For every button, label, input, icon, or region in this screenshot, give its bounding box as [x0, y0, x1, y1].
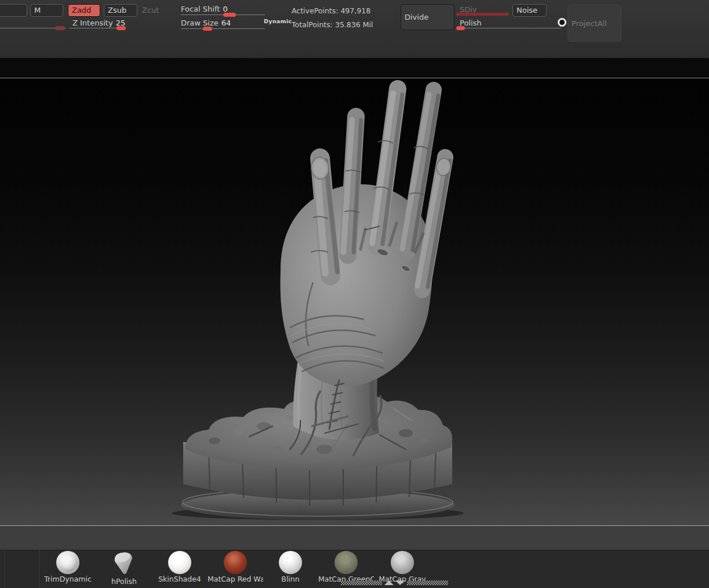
material-sphere-icon: [224, 551, 247, 574]
zombie-hand-sculpture: [0, 78, 709, 525]
rgb-intensity-handle[interactable]: [55, 26, 65, 30]
tray-item-skinshade4[interactable]: SkinShade4: [152, 550, 208, 587]
draw-size-text: Draw Size: [181, 19, 219, 27]
tray-item-label: TrimDynamic: [40, 575, 96, 583]
zadd-button[interactable]: Zadd: [68, 4, 100, 17]
rgb-button[interactable]: gb: [0, 4, 27, 17]
mrgb-button[interactable]: M: [30, 4, 63, 17]
viewport-bottom-strip: [0, 526, 709, 550]
tray-scrollbar-right[interactable]: [407, 580, 448, 585]
tray-item-hpolish[interactable]: hPolish: [96, 550, 152, 587]
polish-slider[interactable]: [456, 28, 561, 28]
focal-shift-label: Focal Shift0: [181, 5, 228, 13]
tray-item-blinn[interactable]: Blinn: [263, 550, 318, 587]
noise-button[interactable]: Noise: [512, 4, 547, 17]
zsub-button[interactable]: Zsub: [104, 4, 137, 17]
projectall-button[interactable]: ProjectAll: [568, 5, 621, 42]
tray-item-label: hPolish: [96, 577, 152, 586]
draw-size-handle[interactable]: [203, 27, 212, 31]
z-intensity-handle[interactable]: [117, 26, 126, 30]
material-sphere-icon: [279, 551, 302, 574]
total-points-stat: TotalPoints: 35.836 Mil: [292, 20, 373, 29]
draw-size-value: 64: [221, 19, 231, 27]
focal-shift-text: Focal Shift: [181, 5, 220, 13]
zcut-button[interactable]: Zcut: [142, 6, 159, 14]
tray-item-label: Blinn: [263, 575, 318, 583]
sculpt-viewport[interactable]: [0, 78, 709, 526]
dynamic-toggle[interactable]: Dynamic: [264, 18, 292, 24]
tray-scroll-up-icon[interactable]: [384, 580, 394, 585]
tray-item-matcap-red-wax[interactable]: MatCap Red Wa›: [208, 550, 263, 587]
material-sphere-icon: [391, 551, 414, 574]
tray-scrollbar-left[interactable]: [341, 580, 382, 585]
material-sphere-icon: [168, 551, 191, 574]
divide-button[interactable]: Divide: [401, 4, 455, 30]
tray-item-label: SkinShade4: [152, 575, 208, 583]
zbrush-window: gb M Zadd Zsub Zcut Z Intensity25 Focal …: [0, 0, 709, 588]
top-toolbar: gb M Zadd Zsub Zcut Z Intensity25 Focal …: [0, 0, 709, 58]
polish-mode-toggle-icon[interactable]: [558, 18, 566, 27]
polish-handle[interactable]: [456, 26, 465, 30]
tray-divider: [3, 550, 5, 588]
tray-item-trimdynamic[interactable]: TrimDynamic: [40, 550, 96, 587]
draw-size-slider[interactable]: [181, 28, 265, 29]
sdiv-slider-bar[interactable]: [456, 13, 509, 16]
material-sphere-icon: [334, 551, 358, 574]
focal-shift-value: 0: [223, 5, 227, 13]
toolbar-canvas-divider: [0, 58, 709, 78]
tray-scroll-down-icon[interactable]: [395, 580, 405, 585]
brush-cone-icon: [112, 551, 136, 574]
brush-sphere-icon: [56, 551, 79, 574]
z-intensity-text: Z Intensity: [72, 19, 113, 27]
focal-shift-handle[interactable]: [223, 13, 236, 17]
draw-size-label: Draw Size64: [181, 19, 231, 27]
active-points-stat: ActivePoints: 497,918: [292, 6, 370, 15]
tray-divider: [38, 550, 39, 588]
tray-item-label: MatCap Red Wa›: [208, 575, 263, 583]
